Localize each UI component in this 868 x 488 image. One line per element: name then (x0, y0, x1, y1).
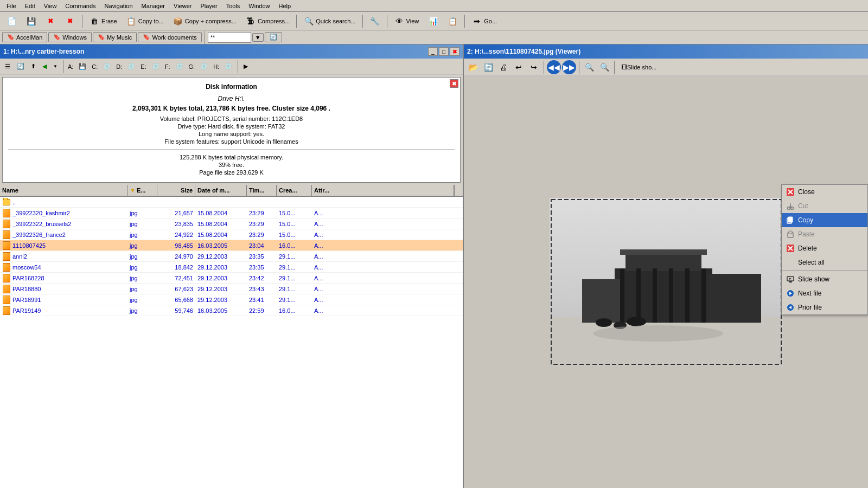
header-attr[interactable]: Attr... (312, 185, 454, 196)
left-tb-list[interactable]: ☰ (2, 61, 13, 72)
file-crea-7: 29.1... (277, 275, 312, 281)
list-item[interactable]: PAR18991 jpg 65,668 29.12.2003 23:41 29.… (0, 294, 463, 305)
minimize-left-btn[interactable]: _ (428, 47, 438, 56)
maximize-left-btn[interactable]: □ (439, 47, 449, 56)
view-button[interactable]: 👁 View (390, 14, 423, 29)
left-tb-driveA[interactable]: 💾 (76, 61, 89, 72)
viewer-tb-open[interactable]: 📂 (466, 60, 480, 74)
viewer-tb-slideshow[interactable]: 🎞 Slide sho... (617, 60, 660, 74)
disk-info-long-name: Long name support: yes. (8, 131, 455, 137)
header-date[interactable]: Date of m... (195, 185, 247, 196)
menu-commands[interactable]: Commands (61, 2, 100, 10)
left-tb-driveF[interactable]: 💿 (173, 61, 186, 72)
close-left-btn[interactable]: ✖ (450, 47, 459, 56)
menu-navigation[interactable]: Navigation (100, 2, 137, 10)
compress-label: Compress... (258, 18, 290, 24)
ctx-cut-item[interactable]: Cut (782, 199, 867, 213)
erase-label: Erase (101, 18, 117, 24)
viewer-tb-redo[interactable]: ↪ (527, 60, 541, 74)
copy-to-button[interactable]: 📋 Copy to... (122, 14, 168, 29)
bookmark-myMusic[interactable]: 🔖 My Music (93, 32, 137, 42)
image-viewer[interactable]: Close Cut (464, 76, 868, 488)
list-item[interactable]: PAR18880 jpg 67,623 29.12.2003 23:43 29.… (0, 284, 463, 294)
file-date-8: 29.12.2003 (195, 286, 247, 292)
ctx-next-file-item[interactable]: Next file (782, 286, 867, 300)
viewer-tb-prev[interactable]: ◀◀ (547, 60, 561, 74)
go-button[interactable]: ➡ Go... (468, 14, 501, 29)
viewer-tb-zoom-in[interactable]: 🔍 (582, 60, 596, 74)
new-button[interactable]: 📄 (2, 14, 21, 29)
menu-manager[interactable]: Manager (137, 2, 169, 10)
header-crea[interactable]: Crea... (277, 185, 312, 196)
jpg-icon (2, 230, 11, 239)
list-item[interactable]: _39922322_brussels2 jpg 23,835 15.08.200… (0, 219, 463, 229)
save-button[interactable]: 💾 (22, 14, 40, 29)
header-date-label: Date of m... (197, 187, 229, 194)
copy-compress-button[interactable]: 📦 Copy + compress... (169, 14, 240, 29)
left-tb-up[interactable]: ⬆ (28, 61, 39, 72)
drive-h-label: H: (212, 63, 221, 70)
list-item[interactable]: anni2 jpg 24,970 29.12.2003 23:35 29.1..… (0, 251, 463, 262)
file-ext-7: jpg (127, 275, 157, 281)
left-tb-driveH[interactable]: 💿 (222, 61, 235, 72)
menu-help[interactable]: Help (274, 2, 295, 10)
menu-tools[interactable]: Tools (222, 2, 245, 10)
ctx-copy-item[interactable]: Copy (782, 213, 867, 227)
filter-icon: ▼ (130, 187, 136, 194)
left-tb-driveE[interactable]: 💿 (149, 61, 162, 72)
erase-button[interactable]: 🗑 Erase (85, 14, 121, 29)
list-item[interactable]: 1110807425 jpg 98,485 16.03.2005 23:04 1… (0, 240, 463, 251)
header-ext[interactable]: ▼ E... (127, 185, 157, 196)
left-tb-driveG[interactable]: 💿 (197, 61, 210, 72)
ctx-cut-label: Cut (798, 202, 808, 210)
ctx-prior-file-item[interactable]: Prior file (782, 300, 867, 314)
viewer-tb-print[interactable]: 🖨 (496, 60, 510, 74)
viewer-tb-zoom-out[interactable]: 🔍 (597, 60, 611, 74)
refresh-button[interactable]: 🔄 (265, 32, 282, 42)
list-item[interactable]: _39922326_france2 jpg 24,922 15.08.2004 … (0, 229, 463, 240)
bookmark-accelMan[interactable]: 🔖 AccelMan (2, 32, 47, 42)
stop-button[interactable]: ✖ (41, 14, 60, 29)
stop2-button[interactable]: ✖ (61, 14, 79, 29)
chart-button[interactable]: 📊 (424, 14, 442, 29)
list-item[interactable]: _39922320_kashmir2 jpg 21,657 15.08.2004… (0, 208, 463, 219)
menu-window[interactable]: Window (244, 2, 274, 10)
header-time[interactable]: Tim... (247, 185, 277, 196)
list-item[interactable]: moscow54 jpg 18,842 29.12.2003 23:35 29.… (0, 262, 463, 273)
list-item[interactable]: .. (0, 197, 463, 208)
file-ext-6: jpg (127, 264, 157, 271)
quick-search-button[interactable]: 🔍 Quick search... (299, 14, 359, 29)
viewer-tb-refresh[interactable]: 🔄 (481, 60, 495, 74)
header-name[interactable]: Name (0, 185, 127, 196)
left-tb-back[interactable]: ◀ (40, 61, 49, 72)
list-item[interactable]: PAR168228 jpg 72,451 29.12.2003 23:42 29… (0, 273, 463, 284)
ctx-close-item[interactable]: Close (782, 185, 867, 199)
left-tb-driveC[interactable]: 💿 (100, 61, 113, 72)
viewer-tb-next[interactable]: ▶▶ (562, 60, 576, 74)
viewer-tb-undo[interactable]: ↩ (512, 60, 526, 74)
menu-file[interactable]: File (2, 2, 21, 10)
compress-button[interactable]: 🗜 Compress... (241, 14, 293, 29)
menu-player[interactable]: Player (196, 2, 221, 10)
disk-info-close-btn[interactable]: ✖ (450, 79, 458, 88)
bookmark-workDocs[interactable]: 🔖 Work documents (138, 32, 201, 42)
ctx-delete-item[interactable]: Delete (782, 241, 867, 255)
left-panel: 1: H:\...nry cartier-bresson _ □ ✖ ☰ 🔄 ⬆… (0, 44, 464, 488)
menu-viewer[interactable]: Viewer (169, 2, 196, 10)
list-item[interactable]: PAR19149 jpg 59,746 16.03.2005 22:59 16.… (0, 305, 463, 316)
ctx-slide-show-item[interactable]: Slide show (782, 272, 867, 286)
path-dropdown[interactable]: ▼ (252, 33, 264, 42)
copy2-button[interactable]: 📋 (443, 14, 462, 29)
left-tb-back-arrow[interactable]: ▼ (50, 62, 60, 70)
bookmark-windows[interactable]: 🔖 Windows (48, 32, 92, 42)
left-tb-more[interactable]: ▶ (241, 61, 251, 72)
left-tb-refresh[interactable]: 🔄 (14, 61, 27, 72)
menu-edit[interactable]: Edit (21, 2, 40, 10)
ctx-paste-item[interactable]: Paste (782, 227, 867, 241)
ctx-select-all-item[interactable]: Select all (782, 255, 867, 269)
menu-view[interactable]: View (40, 2, 61, 10)
left-tb-driveD[interactable]: 💿 (125, 61, 138, 72)
header-size[interactable]: Size (157, 185, 195, 196)
path-input[interactable] (208, 32, 251, 43)
tools-button[interactable]: 🔧 (366, 14, 384, 29)
